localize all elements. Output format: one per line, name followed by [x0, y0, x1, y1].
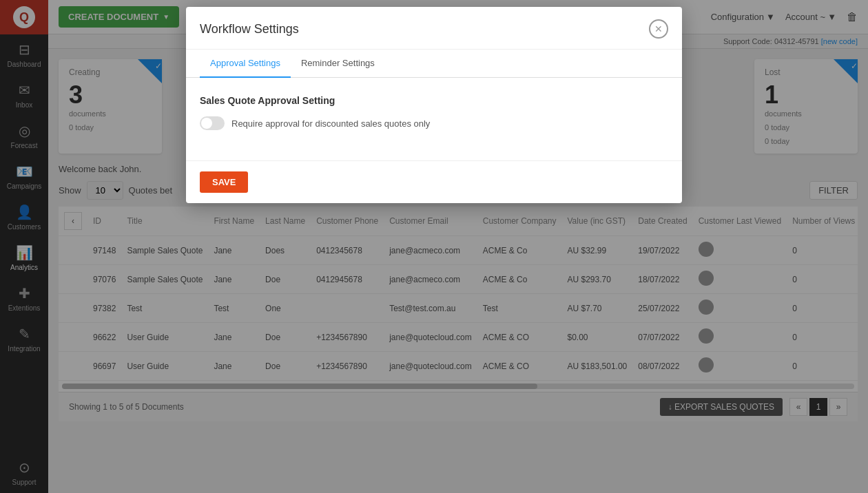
modal-body: Sales Quote Approval Setting Require app…	[186, 78, 682, 160]
tab-approval-settings[interactable]: Approval Settings	[200, 50, 291, 78]
modal-header: Workflow Settings ✕	[186, 7, 682, 50]
modal-overlay: Workflow Settings ✕ Approval Settings Re…	[0, 0, 868, 493]
save-button[interactable]: SAVE	[200, 171, 248, 193]
modal-title: Workflow Settings	[200, 22, 299, 36]
modal-footer: SAVE	[186, 160, 682, 203]
approval-section-title: Sales Quote Approval Setting	[200, 95, 668, 106]
toggle-row: Require approval for discounted sales qu…	[200, 116, 668, 130]
modal-tabs: Approval Settings Reminder Settings	[186, 50, 682, 78]
toggle-label: Require approval for discounted sales qu…	[231, 118, 430, 129]
tab-reminder-settings[interactable]: Reminder Settings	[291, 50, 385, 78]
approval-toggle[interactable]	[200, 116, 225, 130]
modal-close-button[interactable]: ✕	[649, 19, 668, 39]
workflow-settings-modal: Workflow Settings ✕ Approval Settings Re…	[186, 7, 682, 203]
